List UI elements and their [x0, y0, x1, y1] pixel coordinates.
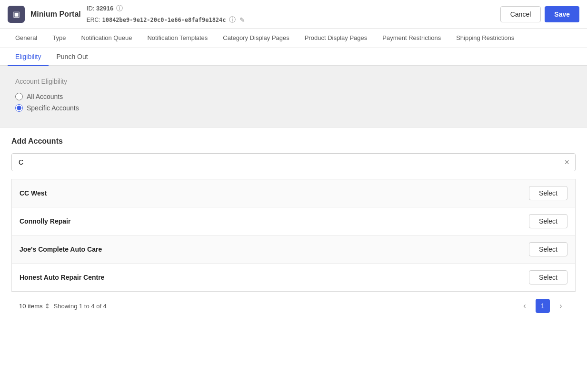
- tab-product-display-pages[interactable]: Product Display Pages: [297, 29, 375, 48]
- radio-all-accounts-label: All Accounts: [27, 93, 63, 100]
- select-joes-complete-button[interactable]: Select: [529, 242, 567, 256]
- items-label: items: [28, 303, 42, 310]
- erc-edit-icon[interactable]: ✎: [239, 15, 246, 25]
- header-erc: ERC: 10842be9-9e12-20c0-1e66-e8faf9e1824…: [87, 15, 246, 25]
- tab-category-display-pages[interactable]: Category Display Pages: [215, 29, 297, 48]
- prev-page-button[interactable]: ‹: [517, 299, 532, 313]
- header-id: ID: 32916 ⓘ: [87, 3, 246, 14]
- showing-text: Showing 1 to 4 of 4: [54, 303, 107, 310]
- cancel-button[interactable]: Cancel: [500, 6, 541, 22]
- add-accounts-title: Add Accounts: [11, 137, 576, 146]
- select-honest-auto-button[interactable]: Select: [529, 270, 567, 284]
- result-name-connolly-repair: Connolly Repair: [20, 217, 70, 225]
- subtab-punch-out[interactable]: Punch Out: [49, 48, 95, 66]
- tab-notification-queue[interactable]: Notification Queue: [73, 29, 139, 48]
- radio-specific-accounts-label: Specific Accounts: [27, 104, 79, 112]
- search-container: ×: [11, 153, 576, 171]
- radio-group: All Accounts Specific Accounts: [15, 93, 572, 112]
- search-input[interactable]: [12, 154, 575, 171]
- select-cc-west-button[interactable]: Select: [529, 186, 567, 200]
- radio-specific-accounts[interactable]: Specific Accounts: [15, 104, 572, 112]
- results-list: CC West Select Connolly Repair Select Jo…: [11, 179, 576, 292]
- erc-value: 10842be9-9e12-20c0-1e66-e8faf9e1824c: [102, 17, 226, 23]
- id-value: 32916: [96, 5, 113, 12]
- page-1-button[interactable]: 1: [536, 299, 550, 313]
- tab-type[interactable]: Type: [45, 29, 73, 48]
- select-connolly-repair-button[interactable]: Select: [529, 214, 567, 228]
- app-icon: ▣: [8, 6, 25, 23]
- total-items: 10: [19, 303, 26, 310]
- radio-specific-accounts-input[interactable]: [15, 104, 23, 112]
- header-left: ▣ Minium Portal ID: 32916 ⓘ ERC: 10842be…: [8, 3, 246, 25]
- header: ▣ Minium Portal ID: 32916 ⓘ ERC: 10842be…: [0, 0, 587, 29]
- header-actions: Cancel Save: [500, 6, 579, 22]
- result-name-honest-auto: Honest Auto Repair Centre: [20, 274, 104, 281]
- erc-info-icon[interactable]: ⓘ: [228, 15, 237, 25]
- eligibility-title: Account Eligibility: [15, 78, 572, 85]
- tab-general[interactable]: General: [8, 29, 45, 48]
- tab-notification-templates[interactable]: Notification Templates: [139, 29, 215, 48]
- pagination-info: 10 items ⇕ Showing 1 to 4 of 4: [19, 303, 107, 310]
- header-meta: ID: 32916 ⓘ ERC: 10842be9-9e12-20c0-1e66…: [87, 3, 246, 25]
- result-item: Connolly Repair Select: [12, 207, 575, 235]
- add-accounts-section: Add Accounts × CC West Select Connolly R…: [0, 127, 587, 320]
- radio-all-accounts[interactable]: All Accounts: [15, 93, 572, 100]
- content: Account Eligibility All Accounts Specifi…: [0, 66, 587, 320]
- id-info-icon[interactable]: ⓘ: [115, 3, 124, 14]
- clear-search-button[interactable]: ×: [564, 157, 569, 167]
- tab-payment-restrictions[interactable]: Payment Restrictions: [375, 29, 448, 48]
- eligibility-section: Account Eligibility All Accounts Specifi…: [0, 66, 587, 127]
- subtab-eligibility[interactable]: Eligibility: [8, 48, 49, 66]
- radio-all-accounts-input[interactable]: [15, 93, 23, 100]
- result-name-cc-west: CC West: [20, 189, 47, 197]
- result-name-joes-complete: Joe's Complete Auto Care: [20, 245, 102, 253]
- save-button[interactable]: Save: [545, 6, 579, 22]
- items-per-page[interactable]: 10 items ⇕: [19, 303, 50, 310]
- pagination: 10 items ⇕ Showing 1 to 4 of 4 ‹ 1 ›: [11, 292, 576, 320]
- sort-icon: ⇕: [45, 303, 50, 310]
- result-item: Honest Auto Repair Centre Select: [12, 264, 575, 291]
- app-title: Minium Portal: [30, 10, 81, 19]
- sub-tabs: Eligibility Punch Out: [0, 48, 587, 66]
- pagination-controls: ‹ 1 ›: [517, 299, 568, 313]
- result-item: CC West Select: [12, 179, 575, 207]
- tab-shipping-restrictions[interactable]: Shipping Restrictions: [448, 29, 522, 48]
- result-item: Joe's Complete Auto Care Select: [12, 235, 575, 264]
- next-page-button[interactable]: ›: [554, 299, 568, 313]
- nav-tabs: General Type Notification Queue Notifica…: [0, 29, 587, 48]
